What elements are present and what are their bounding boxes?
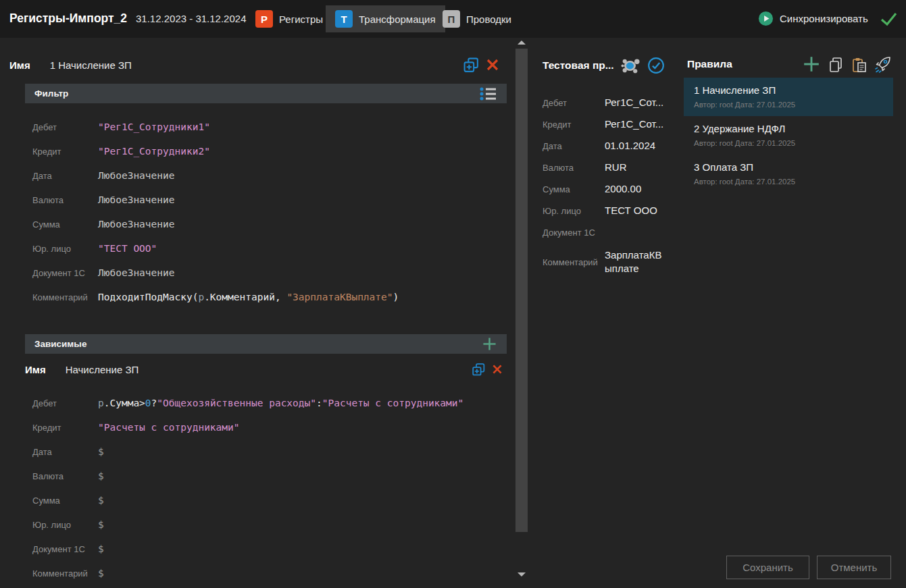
field-row-debit: Дебет р.Сумма>0?"Общехозяйственные расхо… xyxy=(9,391,513,415)
field-label: Валюта xyxy=(32,195,98,205)
field-row-amount: Сумма $ xyxy=(9,488,513,512)
field-row-currency: Валюта ЛюбоеЗначение xyxy=(9,188,513,212)
tab-transformation[interactable]: Т Трансформация xyxy=(326,5,445,32)
field-value[interactable]: "ТЕСТ ООО" xyxy=(98,243,157,254)
app-title: Регистры-Импорт_2 xyxy=(9,11,127,26)
tab-postings-label: Проводки xyxy=(466,14,511,25)
test-fields: Дебет Рег1С_Сот... Кредит Рег1С_Сот... Д… xyxy=(543,92,678,281)
field-label: Документ 1С xyxy=(543,228,605,238)
field-row-date: Дата ЛюбоеЗначение xyxy=(9,163,513,188)
scroll-down-arrow-icon[interactable] xyxy=(518,572,526,577)
turtle-icon[interactable] xyxy=(620,57,641,75)
rule-item[interactable]: 1 Начисление ЗП Автор: root Дата: 27.01.… xyxy=(684,78,893,116)
synchronize-label: Синхронизировать xyxy=(780,13,868,24)
dependent-name-row: Имя Начисление ЗП xyxy=(25,360,513,378)
field-value[interactable]: р.Сумма>0?"Общехозяйственные расходы":"Р… xyxy=(98,398,463,408)
date-range: 31.12.2023 - 31.12.2024 xyxy=(136,13,246,24)
field-label: Кредит xyxy=(32,423,98,433)
synchronize-button[interactable]: Синхронизировать xyxy=(758,11,868,26)
field-row-debit: Дебет "Рег1С_Сотрудники1" xyxy=(9,115,513,139)
field-label: Документ 1С xyxy=(32,268,98,278)
field-label: Дебет xyxy=(543,98,605,108)
field-value[interactable]: Рег1С_Сот... xyxy=(605,96,667,109)
vertical-scrollbar xyxy=(515,38,528,588)
dependents-section-title: Зависимые xyxy=(34,339,482,349)
dependent-fields: Дебет р.Сумма>0?"Общехозяйственные расхо… xyxy=(9,391,513,585)
plus-icon[interactable] xyxy=(482,336,497,352)
field-label: Дебет xyxy=(32,398,98,408)
rules-panel: Правила xyxy=(684,38,899,588)
cancel-button[interactable]: Отменить xyxy=(817,556,891,579)
field-value[interactable]: $ xyxy=(98,446,104,457)
rocket-icon[interactable] xyxy=(873,55,892,74)
field-value[interactable]: $ xyxy=(98,495,104,506)
test-panel-header: Тестовая пр... xyxy=(543,55,678,76)
scroll-up-arrow-icon[interactable] xyxy=(518,41,526,45)
rule-name-value[interactable]: 1 Начисление ЗП xyxy=(50,59,132,71)
rule-item[interactable]: 3 Оплата ЗП Автор: root Дата: 27.01.2025 xyxy=(684,155,893,193)
field-value[interactable]: 2000.00 xyxy=(605,182,667,196)
dependents-section-bar: Зависимые xyxy=(25,334,507,354)
delete-x-icon[interactable] xyxy=(486,58,499,72)
field-label: Дебет xyxy=(32,122,98,132)
rule-item-title: 1 Начисление ЗП xyxy=(694,84,893,96)
tab-transformation-label: Трансформация xyxy=(359,14,436,25)
field-value[interactable]: RUR xyxy=(605,161,667,174)
save-button[interactable]: Сохранить xyxy=(726,556,809,579)
field-row-legal-entity: Юр. лицо $ xyxy=(9,512,513,537)
rule-item-meta: Автор: root Дата: 27.01.2025 xyxy=(694,139,893,147)
field-value[interactable]: 01.01.2024 xyxy=(605,139,667,153)
delete-x-icon[interactable] xyxy=(492,364,503,375)
rule-item-title: 3 Оплата ЗП xyxy=(694,161,893,173)
test-posting-panel: Тестовая пр... Дебет Рег1С_Сот... Кредит… xyxy=(543,38,678,588)
duplicate-plus-icon[interactable] xyxy=(472,363,486,377)
duplicate-plus-icon[interactable] xyxy=(463,57,480,74)
field-value[interactable]: ТЕСТ ООО xyxy=(605,204,667,217)
checkmark-icon[interactable] xyxy=(880,11,898,26)
paste-icon[interactable] xyxy=(851,57,867,73)
field-label: Дата xyxy=(32,171,98,181)
rules-title: Правила xyxy=(687,58,732,70)
list-icon[interactable] xyxy=(479,86,497,101)
field-value[interactable]: ПодходитПодМаску(р.Комментарий, "Зарплат… xyxy=(98,292,399,302)
field-value[interactable]: $ xyxy=(98,471,104,481)
copy-icon[interactable] xyxy=(828,57,843,73)
field-label: Валюта xyxy=(32,471,98,481)
top-bar: Регистры-Импорт_2 31.12.2023 - 31.12.202… xyxy=(0,0,906,38)
name-label: Имя xyxy=(9,59,30,71)
postings-tab-icon: П xyxy=(443,10,460,28)
field-value[interactable]: "Рег1С_Сотрудники2" xyxy=(98,146,210,157)
check-circle-icon[interactable] xyxy=(647,57,665,74)
field-row-comment: Комментарий $ xyxy=(9,561,513,585)
field-value[interactable]: ЗарплатаКВыплате xyxy=(605,248,667,275)
rule-item-title: 2 Удержание НДФЛ xyxy=(694,123,893,134)
dependent-name-value[interactable]: Начисление ЗП xyxy=(66,364,139,375)
field-value[interactable]: ЛюбоеЗначение xyxy=(98,194,175,205)
tab-postings[interactable]: П Проводки xyxy=(443,10,511,28)
field-row-amount: Сумма ЛюбоеЗначение xyxy=(9,212,513,236)
field-value[interactable]: "Расчеты с сотрудниками" xyxy=(98,422,240,433)
field-row-credit: Кредит "Рег1С_Сотрудники2" xyxy=(9,139,513,163)
field-label: Валюта xyxy=(543,163,605,173)
field-label: Комментарий xyxy=(32,292,98,302)
field-value[interactable]: ЛюбоеЗначение xyxy=(98,219,175,230)
rule-item[interactable]: 2 Удержание НДФЛ Автор: root Дата: 27.01… xyxy=(684,116,893,155)
tab-registers[interactable]: Р Регистры xyxy=(255,10,323,28)
field-value[interactable]: $ xyxy=(98,568,104,579)
field-value[interactable]: ЛюбоеЗначение xyxy=(98,170,175,181)
field-value[interactable]: Рег1С_Сот... xyxy=(605,117,667,131)
field-value[interactable]: $ xyxy=(98,543,104,554)
field-label: Документ 1С xyxy=(32,544,98,554)
field-label: Дата xyxy=(32,447,98,457)
field-label: Кредит xyxy=(32,146,98,157)
field-value[interactable]: $ xyxy=(98,519,104,530)
filter-section-bar: Фильтр xyxy=(25,84,507,103)
plus-icon[interactable] xyxy=(803,55,820,73)
field-row-document-1c: Документ 1С $ xyxy=(9,537,513,561)
field-label: Сумма xyxy=(32,219,98,230)
test-row-amount: Сумма 2000.00 xyxy=(543,178,678,200)
field-value[interactable]: ЛюбоеЗначение xyxy=(98,267,175,278)
scrollbar-thumb[interactable] xyxy=(515,49,528,532)
field-row-credit: Кредит "Расчеты с сотрудниками" xyxy=(9,415,513,439)
field-value[interactable]: "Рег1С_Сотрудники1" xyxy=(98,122,210,132)
